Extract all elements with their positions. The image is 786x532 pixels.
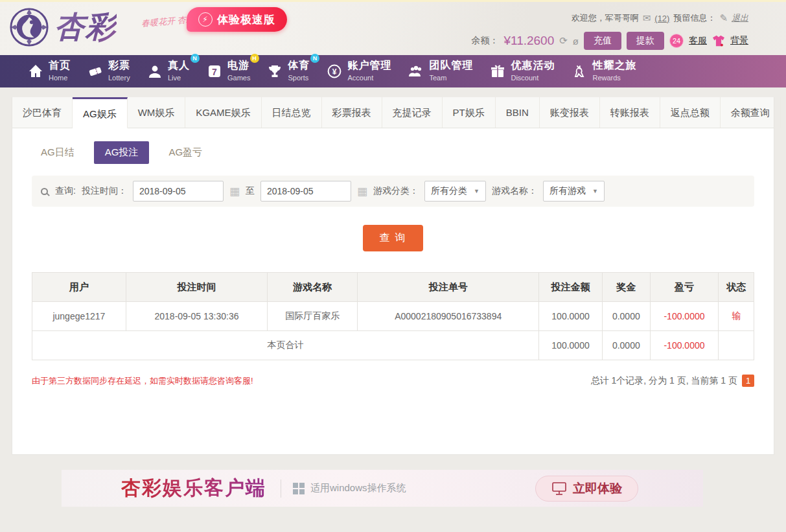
balance-value: ¥11.2600 bbox=[503, 34, 554, 48]
tab-deposit-withdraw-record[interactable]: 充提记录 bbox=[382, 97, 443, 128]
game-label: 游戏名称： bbox=[492, 185, 537, 197]
customer-service-link[interactable]: 客服 bbox=[689, 35, 707, 47]
col-user: 用户 bbox=[32, 273, 126, 302]
table-header-row: 用户 投注时间 游戏名称 投注单号 投注金额 奖金 盈亏 状态 bbox=[32, 273, 754, 302]
bet-records-table: 用户 投注时间 游戏名称 投注单号 投注金额 奖金 盈亏 状态 jungege1… bbox=[32, 272, 754, 360]
cell-game-name: 国际厅百家乐 bbox=[268, 302, 358, 331]
tab-rebate-total[interactable]: 返点总额 bbox=[660, 97, 721, 128]
calendar-icon[interactable]: ▦ bbox=[229, 185, 240, 198]
withdraw-button[interactable]: 提款 bbox=[627, 32, 664, 50]
tab-wm-entertainment[interactable]: WM娱乐 bbox=[128, 97, 186, 128]
nav-label-en: Discount bbox=[511, 74, 538, 82]
nav-item-discount[interactable]: 优惠活动 Discount bbox=[481, 55, 563, 87]
date-from-input[interactable] bbox=[133, 181, 224, 202]
tab-transfer-report[interactable]: 转账报表 bbox=[600, 97, 660, 128]
tab-bbin[interactable]: BBIN bbox=[496, 97, 540, 128]
welcome-row: 欢迎您，军哥哥啊 ✉ (12) 预留信息： ✎ 退出 bbox=[471, 12, 748, 24]
query-label: 查询: bbox=[55, 185, 76, 197]
calendar-icon[interactable]: ▦ bbox=[357, 185, 367, 198]
bet-time-label: 投注时间： bbox=[82, 185, 127, 197]
nav-label-zh: 彩票 bbox=[108, 60, 130, 71]
cell-prize: 0.0000 bbox=[603, 302, 651, 331]
table-row: jungege1217 2018-09-05 13:30:36 国际厅百家乐 A… bbox=[32, 302, 754, 331]
mail-icon[interactable]: ✉ bbox=[643, 12, 651, 24]
mail-count-link[interactable]: (12) bbox=[654, 14, 669, 23]
search-bar: 查询: 投注时间： ▦ 至 ▦ 游戏分类： 所有分类 ▼ 游戏名称： 所有游戏 … bbox=[32, 176, 754, 207]
nav-item-team[interactable]: 团队管理 Team bbox=[400, 55, 481, 87]
col-bet-time: 投注时间 bbox=[126, 273, 267, 302]
col-status: 状态 bbox=[719, 273, 754, 302]
lightning-icon: ⚡ bbox=[198, 12, 213, 27]
try-now-button[interactable]: 立即体验 bbox=[535, 476, 638, 502]
eye-off-icon[interactable]: ø bbox=[573, 36, 579, 47]
chevron-down-icon: ▼ bbox=[474, 188, 480, 194]
main-nav: 首页 Home 彩票 Lottery 真人N Live 7 电游H Games … bbox=[0, 55, 786, 87]
tab-account-change-report[interactable]: 账变报表 bbox=[540, 97, 600, 128]
ag-subtabs: AG日结 AG投注 AG盈亏 bbox=[12, 128, 774, 174]
games-seven-icon: 7 bbox=[207, 64, 222, 79]
chevron-down-icon: ▼ bbox=[592, 188, 598, 194]
tab-pt-entertainment[interactable]: PT娱乐 bbox=[443, 97, 496, 128]
subtab-ag-bets[interactable]: AG投注 bbox=[94, 141, 150, 164]
svg-text:¥: ¥ bbox=[332, 67, 337, 76]
nav-item-games[interactable]: 7 电游H Games bbox=[198, 55, 259, 87]
col-bet-number: 投注单号 bbox=[358, 273, 539, 302]
category-value: 所有分类 bbox=[431, 185, 467, 197]
try-now-label: 立即体验 bbox=[573, 480, 622, 497]
summary-label: 本页合计 bbox=[32, 331, 539, 360]
nav-item-account[interactable]: ¥ 账户管理 Account bbox=[318, 55, 400, 87]
team-people-icon bbox=[408, 64, 424, 79]
nav-label-zh: 性耀之旅 bbox=[592, 60, 636, 71]
logo[interactable]: 杏彩 bbox=[9, 7, 117, 47]
category-select[interactable]: 所有分类 ▼ bbox=[424, 181, 486, 202]
nav-item-lottery[interactable]: 彩票 Lottery bbox=[79, 55, 139, 87]
game-select[interactable]: 所有游戏 ▼ bbox=[543, 181, 605, 202]
subtab-ag-profit[interactable]: AG盈亏 bbox=[168, 146, 202, 159]
category-label: 游戏分类： bbox=[373, 185, 419, 197]
nav-label-en: Rewards bbox=[592, 74, 620, 82]
refresh-icon[interactable]: ⟳ bbox=[559, 35, 568, 47]
logout-link[interactable]: 退出 bbox=[732, 12, 748, 24]
nav-label-en: Sports bbox=[288, 74, 308, 82]
nav-label-zh: 账户管理 bbox=[347, 60, 391, 71]
tab-balance-query[interactable]: 余额查询 bbox=[721, 97, 781, 128]
query-button[interactable]: 查 询 bbox=[363, 225, 422, 251]
header: 杏彩 春暖花开 杏彩有你! ⚡ 体验极速版 欢迎您，军哥哥啊 ✉ (12) 预留… bbox=[0, 2, 786, 55]
nav-item-sports[interactable]: 体育N Sports bbox=[259, 55, 318, 87]
banner-title: 杏彩娱乐客户端 bbox=[121, 475, 266, 502]
discount-gift-icon bbox=[490, 64, 505, 79]
col-prize: 奖金 bbox=[603, 273, 651, 302]
cell-status: 输 bbox=[719, 302, 754, 331]
sync-delay-notice: 由于第三方数据同步存在延迟，如需实时数据请您咨询客服! bbox=[32, 375, 253, 387]
tab-kgame[interactable]: KGAME娱乐 bbox=[185, 97, 261, 128]
nav-item-live[interactable]: 真人N Live bbox=[139, 55, 198, 87]
live-person-icon bbox=[147, 64, 163, 79]
windows-logo-icon bbox=[293, 483, 305, 494]
page-1-button[interactable]: 1 bbox=[742, 375, 754, 387]
service-24h-icon: 24 bbox=[669, 34, 684, 48]
tshirt-background-icon bbox=[712, 35, 725, 47]
nav-item-rewards[interactable]: 性耀之旅 Rewards bbox=[563, 55, 645, 87]
report-tabs: 沙巴体育 AG娱乐 WM娱乐 KGAME娱乐 日结总览 彩票报表 充提记录 PT… bbox=[12, 97, 774, 128]
speed-version-badge[interactable]: ⚡ 体验极速版 bbox=[187, 7, 287, 32]
pagination: 总计 1个记录, 分为 1 页, 当前第 1 页 1 bbox=[591, 375, 754, 387]
cell-profit-loss: -100.0000 bbox=[650, 302, 719, 331]
background-link[interactable]: 背景 bbox=[730, 35, 748, 47]
tab-lottery-report[interactable]: 彩票报表 bbox=[322, 97, 382, 128]
subtab-ag-daily[interactable]: AG日结 bbox=[41, 146, 75, 159]
nav-label-en: Games bbox=[227, 74, 250, 82]
tab-daily-overview[interactable]: 日结总览 bbox=[262, 97, 322, 128]
edit-icon[interactable]: ✎ bbox=[719, 12, 728, 24]
rewards-deer-icon bbox=[572, 64, 587, 79]
tab-shaba-sports[interactable]: 沙巴体育 bbox=[12, 97, 73, 128]
reserved-info-label: 预留信息： bbox=[673, 12, 715, 24]
speed-badge-label: 体验极速版 bbox=[217, 12, 275, 27]
nav-item-home[interactable]: 首页 Home bbox=[19, 55, 79, 87]
hot-badge: H bbox=[250, 54, 259, 63]
date-to-input[interactable] bbox=[260, 181, 351, 202]
recharge-button[interactable]: 充值 bbox=[584, 32, 621, 50]
to-label: 至 bbox=[246, 185, 255, 197]
nav-label-zh: 优惠活动 bbox=[511, 60, 555, 71]
tab-ag-entertainment[interactable]: AG娱乐 bbox=[73, 97, 128, 128]
table-summary-row: 本页合计 100.0000 0.0000 -100.0000 bbox=[32, 331, 754, 360]
